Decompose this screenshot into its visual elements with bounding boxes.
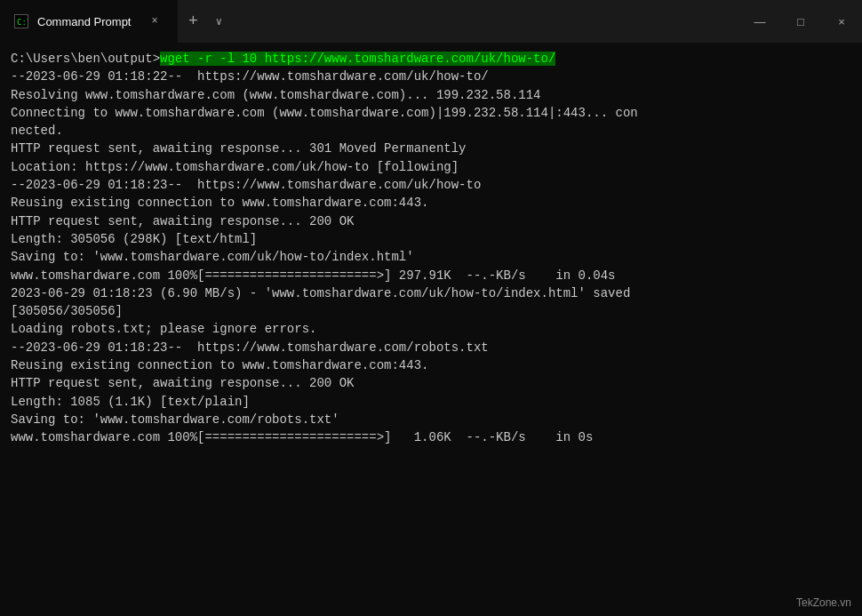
terminal-line: nected.	[11, 122, 851, 140]
terminal-line: Loading robots.txt; please ignore errors…	[11, 320, 851, 338]
close-button[interactable]: ×	[821, 0, 862, 43]
terminal-line: Location: https://www.tomshardware.com/u…	[11, 158, 851, 176]
new-tab-button[interactable]: +	[178, 0, 209, 43]
terminal-line: Connecting to www.tomshardware.com (www.…	[11, 104, 851, 122]
terminal-line: --2023-06-29 01:18:22-- https://www.toms…	[11, 68, 851, 85]
terminal-line: --2023-06-29 01:18:23-- https://www.toms…	[11, 339, 851, 356]
terminal-line: [305056/305056]	[11, 302, 851, 320]
terminal-line: Length: 1085 (1.1K) [text/plain]	[11, 393, 851, 411]
terminal-line: Resolving www.tomshardware.com (www.toms…	[11, 86, 851, 104]
terminal-line: C:\Users\ben\output>wget -r -l 10 https:…	[11, 50, 851, 68]
terminal-content: C:\Users\ben\output>wget -r -l 10 https:…	[0, 43, 862, 616]
tab-dropdown-button[interactable]: ∨	[209, 0, 229, 43]
terminal-window: C:\ Command Prompt × + ∨ — □ × C:\Users\…	[0, 0, 862, 616]
active-tab[interactable]: C:\ Command Prompt ×	[0, 0, 178, 43]
prompt-path: C:\Users\ben\output>	[11, 52, 160, 66]
tab-title: Command Prompt	[37, 15, 137, 28]
terminal-line: 2023-06-29 01:18:23 (6.90 MB/s) - 'www.t…	[11, 284, 851, 302]
terminal-line: --2023-06-29 01:18:23-- https://www.toms…	[11, 176, 851, 194]
terminal-line: www.tomshardware.com 100%[==============…	[11, 428, 851, 446]
tab-area: C:\ Command Prompt × + ∨	[0, 0, 739, 43]
maximize-button[interactable]: □	[780, 0, 821, 43]
title-bar: C:\ Command Prompt × + ∨ — □ ×	[0, 0, 862, 43]
terminal-icon: C:\	[14, 14, 28, 28]
prompt-command: wget -r -l 10 https://www.tomshardware.c…	[160, 52, 555, 66]
minimize-button[interactable]: —	[739, 0, 780, 43]
terminal-line: Saving to: 'www.tomshardware.com/robots.…	[11, 411, 851, 428]
terminal-line: HTTP request sent, awaiting response... …	[11, 374, 851, 392]
tab-close-button[interactable]: ×	[146, 12, 164, 30]
terminal-line: Reusing existing connection to www.tomsh…	[11, 194, 851, 212]
terminal-line: HTTP request sent, awaiting response... …	[11, 140, 851, 157]
terminal-line: www.tomshardware.com 100%[==============…	[11, 267, 851, 284]
terminal-line: Length: 305056 (298K) [text/html]	[11, 230, 851, 248]
watermark: TekZone.vn	[796, 596, 851, 609]
window-controls: — □ ×	[739, 0, 862, 43]
terminal-line: Saving to: 'www.tomshardware.com/uk/how-…	[11, 248, 851, 266]
svg-text:C:\: C:\	[17, 18, 28, 27]
terminal-line: Reusing existing connection to www.tomsh…	[11, 356, 851, 374]
terminal-line: HTTP request sent, awaiting response... …	[11, 212, 851, 230]
